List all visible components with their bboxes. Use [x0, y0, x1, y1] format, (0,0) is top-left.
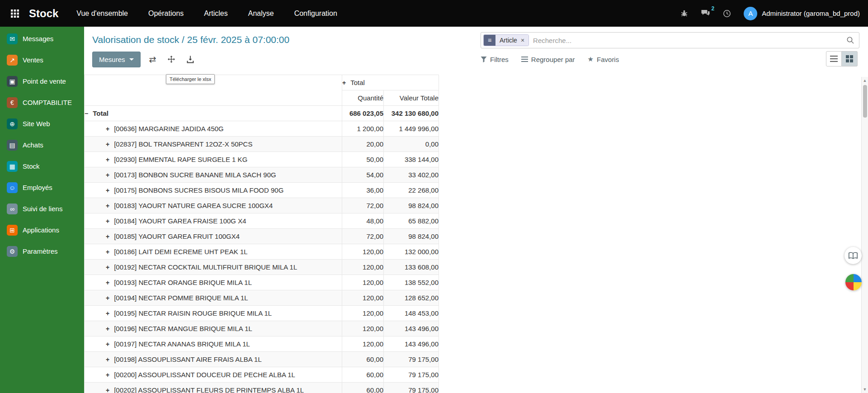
expand-icon[interactable]: + [106, 187, 109, 194]
apps-menu-button[interactable] [6, 5, 24, 22]
row-header[interactable]: +[00186] LAIT DEMI ECREME UHT PEAK 1L [85, 244, 342, 260]
assistant-ball-button[interactable] [845, 274, 862, 290]
row-header[interactable]: +[00185] YAOURT GAREA FRUIT 100GX4 [85, 229, 342, 244]
row-label: [00186] LAIT DEMI ECREME UHT PEAK 1L [114, 248, 247, 256]
sidebar-item-param-tres[interactable]: ⚙Paramètres [0, 241, 84, 262]
expand-icon[interactable]: + [106, 310, 109, 317]
scrollbar-thumb[interactable] [863, 85, 867, 118]
sidebar-item-messages[interactable]: ✉Messages [0, 28, 84, 49]
row-header[interactable]: +[00198] ASSOUPLISSANT AIRE FRAIS ALBA 1… [85, 352, 342, 367]
row-header[interactable]: +[00184] YAOURT GAREA FRAISE 100G X4 [85, 213, 342, 229]
pivot-row: +[00197] NECTAR ANANAS BRIQUE MILA 1L120… [85, 336, 439, 352]
row-header[interactable]: +[00173] BONBON SUCRE BANANE MILA SACH 9… [85, 167, 342, 183]
expand-icon[interactable]: + [106, 371, 109, 379]
sidebar-item-stock[interactable]: ▦Stock [0, 156, 84, 177]
row-header[interactable]: −Total [85, 106, 342, 121]
facet-label: Article × [495, 35, 528, 46]
expand-icon[interactable]: + [106, 202, 109, 209]
documentation-button[interactable] [844, 247, 862, 264]
flip-axis-button[interactable]: ⇄ [146, 52, 160, 67]
vertical-scrollbar[interactable]: ▲ ▼ [861, 77, 868, 393]
user-menu[interactable]: A Administrator (garoma_bd_prod) [744, 7, 860, 20]
user-name: Administrator (garoma_bd_prod) [762, 9, 860, 17]
sidebar-item-ventes[interactable]: ↗Ventes [0, 49, 84, 71]
funnel-icon [481, 56, 487, 62]
sidebar-item-employ-s[interactable]: ☺Employés [0, 177, 84, 198]
link-icon: ∞ [7, 204, 18, 214]
collapse-icon[interactable]: − [85, 110, 88, 117]
expand-icon[interactable]: + [106, 248, 109, 256]
measure-header-value[interactable]: Valeur Totale [384, 90, 439, 106]
messages-button[interactable]: 2 [701, 9, 710, 18]
row-header[interactable]: +[00196] NECTAR MANGUE BRIQUE MILA 1L [85, 321, 342, 336]
app-name[interactable]: Stock [29, 7, 58, 20]
activities-button[interactable] [723, 9, 731, 18]
search-input[interactable] [533, 37, 842, 44]
row-header[interactable]: +[00200] ASSOUPLISSANT DOUCEUR DE PECHE … [85, 367, 342, 383]
expand-icon[interactable]: + [106, 125, 109, 133]
row-header[interactable]: +[02837] BOL TRANSPARENT 12OZ-X 50PCS [85, 137, 342, 152]
sidebar-item-suivi-de-liens[interactable]: ∞Suivi de liens [0, 198, 84, 219]
scroll-up-icon[interactable]: ▲ [862, 78, 868, 83]
expand-icon[interactable]: + [106, 294, 109, 302]
expand-icon[interactable]: + [106, 387, 109, 393]
pivot-column-group-header[interactable]: +Total [342, 75, 439, 90]
sidebar-item-site-web[interactable]: ⊕Site Web [0, 113, 84, 134]
sidebar-item-label: Stock [23, 162, 40, 170]
expand-icon[interactable]: + [106, 218, 109, 225]
menu-item-2[interactable]: Articles [204, 9, 227, 18]
settings-icon: ⚙ [7, 246, 18, 257]
list-view-button[interactable] [826, 51, 842, 66]
row-header[interactable]: +[00192] NECTAR COCKTAIL MULTIFRUIT BRIQ… [85, 260, 342, 275]
measure-header-qty[interactable]: Quantité [342, 90, 384, 106]
scroll-down-icon[interactable]: ▼ [862, 387, 868, 392]
facet-kind-icon: ≡ [484, 35, 495, 46]
expand-icon[interactable]: + [106, 279, 109, 286]
favorites-button[interactable]: ★ Favoris [588, 55, 619, 63]
menu-item-1[interactable]: Opérations [148, 9, 184, 18]
expand-icon[interactable]: + [106, 233, 109, 240]
row-label: [00173] BONBON SUCRE BANANE MILA SACH 90… [114, 171, 276, 179]
debug-button[interactable] [680, 9, 688, 17]
menu-item-3[interactable]: Analyse [248, 9, 274, 18]
expand-icon[interactable]: + [342, 79, 346, 86]
purchases-icon: ▤ [7, 140, 18, 151]
menu-item-0[interactable]: Vue d'ensemble [76, 9, 128, 18]
search-icon[interactable] [846, 36, 854, 44]
filters-button[interactable]: Filtres [481, 56, 509, 63]
sidebar-item-point-de-vente[interactable]: ▣Point de vente [0, 71, 84, 92]
sidebar-item-achats[interactable]: ▤Achats [0, 134, 84, 156]
group-by-button[interactable]: Regrouper par [521, 56, 575, 63]
pivot-view-button[interactable] [842, 51, 858, 66]
row-header[interactable]: +[00197] NECTAR ANANAS BRIQUE MILA 1L [85, 336, 342, 352]
row-header[interactable]: +[00202] ASSOUPLISSANT FLEURS DE PRINTEM… [85, 383, 342, 393]
sidebar-item-applications[interactable]: ⊞Applications [0, 219, 84, 241]
row-header[interactable]: +[00194] NECTAR POMME BRIQUE MILA 1L [85, 290, 342, 306]
qty-cell: 60,00 [342, 367, 384, 383]
value-cell: 98 824,00 [384, 229, 439, 244]
facet-remove-button[interactable]: × [521, 37, 524, 44]
qty-cell: 120,00 [342, 275, 384, 290]
sidebar-item-comptabilite[interactable]: €COMPTABILITE [0, 92, 84, 113]
expand-icon[interactable]: + [106, 356, 109, 363]
row-header[interactable]: +[00636] MARGARINE JADIDA 450G [85, 121, 342, 137]
expand-icon[interactable]: + [106, 341, 109, 348]
row-header[interactable]: +[00195] NECTAR RAISIN ROUGE BRIQUE MILA… [85, 306, 342, 321]
row-header[interactable]: +[00183] YAOURT NATURE GAREA SUCRE 100GX… [85, 198, 342, 213]
pivot-row: +[00194] NECTAR POMME BRIQUE MILA 1L120,… [85, 290, 439, 306]
group-by-label: Regrouper par [531, 56, 575, 63]
search-bar[interactable]: ≡ Article × [481, 32, 859, 48]
expand-all-button[interactable] [165, 53, 178, 66]
row-header[interactable]: +[00193] NECTAR ORANGE BRIQUE MILA 1L [85, 275, 342, 290]
expand-icon[interactable]: + [106, 264, 109, 271]
row-header[interactable]: +[00175] BONBONS SUCRES BISOUS MILA FOOD… [85, 183, 342, 198]
expand-icon[interactable]: + [106, 156, 109, 163]
measures-button[interactable]: Mesures [92, 52, 141, 67]
expand-icon[interactable]: + [106, 325, 109, 332]
expand-icon[interactable]: + [106, 141, 109, 148]
row-label: [02837] BOL TRANSPARENT 12OZ-X 50PCS [114, 140, 252, 148]
expand-icon[interactable]: + [106, 171, 109, 179]
menu-item-4[interactable]: Configuration [294, 9, 337, 18]
row-header[interactable]: +[02930] EMMENTAL RAPE SURGELE 1 KG [85, 152, 342, 167]
download-xlsx-button[interactable] [184, 53, 197, 66]
